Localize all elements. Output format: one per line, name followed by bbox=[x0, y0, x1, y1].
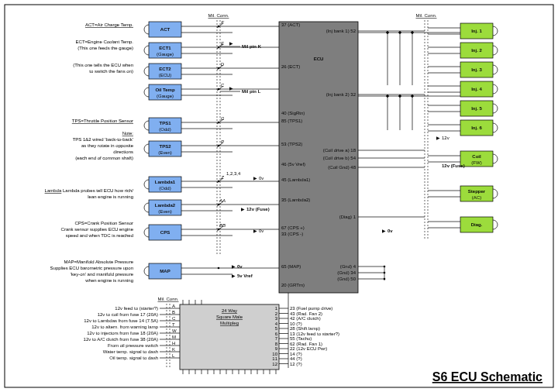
svg-text:Square Male: Square Male bbox=[216, 315, 243, 319]
svg-text:W: W bbox=[172, 328, 177, 333]
svg-text:▶: ▶ bbox=[253, 229, 257, 233]
svg-text:Inj. 2: Inj. 2 bbox=[471, 48, 482, 53]
svg-text:12v to injectors from fuse 18 : 12v to injectors from fuse 18 (20A) bbox=[87, 331, 158, 335]
svg-text:F: F bbox=[221, 20, 224, 25]
svg-text:(AC): (AC) bbox=[472, 195, 481, 200]
svg-text:TPS 1&2 wired 'back-to-back': TPS 1&2 wired 'back-to-back' bbox=[73, 137, 133, 142]
sensor-tps1: TPS1(Odd) bbox=[144, 118, 279, 133]
svg-text:53 (TPS2): 53 (TPS2) bbox=[281, 142, 302, 146]
sensor-map: MAP bbox=[144, 263, 279, 279]
svg-point-276 bbox=[412, 32, 414, 34]
svg-text:(Odd): (Odd) bbox=[159, 186, 170, 191]
svg-text:Lambda Lambda probes tell ECU : Lambda Lambda probes tell ECU how rich/ bbox=[45, 188, 134, 193]
svg-text:CPS=Crank Position Sensor: CPS=Crank Position Sensor bbox=[74, 221, 133, 225]
svg-point-277 bbox=[387, 95, 389, 98]
svg-text:42 (A/C clutch): 42 (A/C clutch) bbox=[290, 316, 321, 321]
output-inj-4: Inj. 4 bbox=[428, 81, 498, 97]
svg-text:(Gnd) 34: (Gnd) 34 bbox=[337, 270, 356, 275]
svg-text:B: B bbox=[172, 310, 175, 315]
svg-text:Stepper: Stepper bbox=[468, 189, 486, 194]
svg-text:(Coil drive b) 54: (Coil drive b) 54 bbox=[323, 156, 356, 160]
svg-text:12v to altern. from warning la: 12v to altern. from warning lamp bbox=[91, 325, 158, 329]
svg-text:ACT: ACT bbox=[160, 27, 170, 32]
svg-text:(Coil drive a) 18: (Coil drive a) 18 bbox=[323, 148, 356, 153]
svg-text:12v (Fuse): 12v (Fuse) bbox=[246, 207, 270, 211]
svg-text:Inj. 1: Inj. 1 bbox=[471, 29, 482, 33]
svg-point-275 bbox=[399, 32, 401, 34]
svg-text:ECT2: ECT2 bbox=[159, 67, 171, 71]
svg-text:▶: ▶ bbox=[229, 86, 233, 91]
svg-text:85 (TPS1): 85 (TPS1) bbox=[281, 119, 302, 123]
svg-text:0v: 0v bbox=[259, 229, 264, 233]
svg-text:▶: ▶ bbox=[253, 176, 257, 181]
svg-text:Inj. 4: Inj. 4 bbox=[471, 87, 482, 91]
svg-text:37 (ACT): 37 (ACT) bbox=[281, 22, 300, 27]
svg-text:lean engine is running: lean engine is running bbox=[88, 194, 133, 199]
svg-text:Water temp. signal to dash: Water temp. signal to dash bbox=[103, 349, 158, 354]
svg-text:M: M bbox=[172, 335, 176, 339]
svg-text:44 (?): 44 (?) bbox=[290, 356, 302, 361]
svg-text:Crank sensor supplies ECU engi: Crank sensor supplies ECU engine bbox=[61, 227, 134, 232]
svg-text:Diag.: Diag. bbox=[471, 222, 483, 227]
svg-text:(Gnd) 4: (Gnd) 4 bbox=[340, 264, 356, 269]
svg-text:C: C bbox=[172, 316, 176, 321]
svg-text:TPS2: TPS2 bbox=[159, 144, 171, 149]
svg-text:5v Vref: 5v Vref bbox=[237, 273, 253, 278]
svg-text:TPS=Throttle Position Sensor: TPS=Throttle Position Sensor bbox=[72, 119, 133, 123]
svg-text:From oil pressure switch: From oil pressure switch bbox=[108, 343, 158, 348]
svg-text:Inj. 3: Inj. 3 bbox=[471, 67, 482, 72]
notes-left: ACT=Air Charge Temp. ECT=Engine Coolant … bbox=[45, 22, 134, 283]
mil-pin-l: ▶ Mil pin L bbox=[220, 86, 261, 94]
svg-text:E: E bbox=[221, 41, 225, 46]
svg-text:(Gauge): (Gauge) bbox=[157, 52, 174, 57]
svg-text:35 (Lambda2): 35 (Lambda2) bbox=[281, 198, 310, 202]
svg-text:L: L bbox=[172, 353, 175, 358]
multiplug-block: 24 Way Square Male Multipleg bbox=[180, 300, 279, 374]
svg-text:to switch the fans on): to switch the fans on) bbox=[89, 69, 133, 74]
svg-text:C: C bbox=[221, 83, 225, 88]
svg-text:(This one feeds the gauge): (This one feeds the gauge) bbox=[78, 46, 133, 50]
svg-text:43 (Rad. Fan 2): 43 (Rad. Fan 2) bbox=[290, 311, 322, 316]
svg-text:MAP=Manifold Absolute Pressure: MAP=Manifold Absolute Pressure bbox=[64, 260, 133, 264]
svg-text:12v (Fuse): 12v (Fuse) bbox=[442, 163, 465, 168]
svg-text:TPS1: TPS1 bbox=[159, 121, 171, 126]
svg-text:12v feed to (starter?): 12v feed to (starter?) bbox=[115, 306, 158, 311]
mil-conn-left: Mil. Conn. bbox=[208, 13, 229, 256]
svg-text:K: K bbox=[172, 347, 175, 352]
sensor-act: ACT bbox=[144, 22, 279, 37]
svg-text:(Even): (Even) bbox=[158, 150, 172, 155]
svg-text:Coil: Coil bbox=[472, 154, 481, 159]
svg-text:ACT=Air Charge Temp.: ACT=Air Charge Temp. bbox=[85, 22, 133, 27]
svg-text:T: T bbox=[172, 322, 175, 327]
svg-text:Inj. 5: Inj. 5 bbox=[471, 106, 482, 111]
svg-text:A: A bbox=[172, 304, 175, 308]
svg-text:H: H bbox=[172, 341, 175, 346]
svg-text:45 (Lambda1): 45 (Lambda1) bbox=[281, 177, 310, 182]
svg-text:0v: 0v bbox=[259, 176, 264, 181]
svg-text:10: 10 bbox=[272, 352, 277, 356]
svg-text:ECT=Engine Coolant Temp.: ECT=Engine Coolant Temp. bbox=[76, 40, 134, 44]
svg-text:Mil pin K: Mil pin K bbox=[242, 44, 262, 49]
svg-text:ECT1: ECT1 bbox=[159, 46, 171, 50]
svg-text:22 (12v ECU Pwr): 22 (12v ECU Pwr) bbox=[290, 346, 327, 351]
svg-text:(Gauge): (Gauge) bbox=[157, 94, 174, 98]
svg-point-274 bbox=[387, 32, 389, 34]
svg-text:Lambda2: Lambda2 bbox=[155, 203, 176, 208]
svg-text:55 (Tacho): 55 (Tacho) bbox=[290, 336, 312, 341]
svg-point-279 bbox=[412, 95, 414, 98]
svg-text:directions: directions bbox=[113, 150, 133, 154]
svg-text:23 (Fuel pump drive): 23 (Fuel pump drive) bbox=[290, 306, 332, 311]
svg-point-69 bbox=[218, 267, 220, 270]
svg-text:(Inj bank 2) 32: (Inj bank 2) 32 bbox=[326, 92, 356, 97]
svg-text:12v: 12v bbox=[442, 136, 450, 140]
svg-text:12v to A/C clutch from fuse 38: 12v to A/C clutch from fuse 38 (20A) bbox=[84, 337, 158, 342]
svg-text:(This one tells the ECU when: (This one tells the ECU when bbox=[73, 63, 133, 67]
svg-text:Lambda1: Lambda1 bbox=[155, 180, 176, 184]
mil-pin-k: ▶ Mil pin K bbox=[220, 41, 262, 49]
svg-text:62 (Rad. Fan 1): 62 (Rad. Fan 1) bbox=[290, 342, 322, 346]
svg-text:20 (GRTrn): 20 (GRTrn) bbox=[281, 283, 305, 287]
right-bus bbox=[358, 32, 460, 130]
svg-point-278 bbox=[399, 95, 401, 98]
svg-text:Oil Temp: Oil Temp bbox=[155, 88, 175, 92]
svg-text:CPS: CPS bbox=[160, 230, 170, 235]
